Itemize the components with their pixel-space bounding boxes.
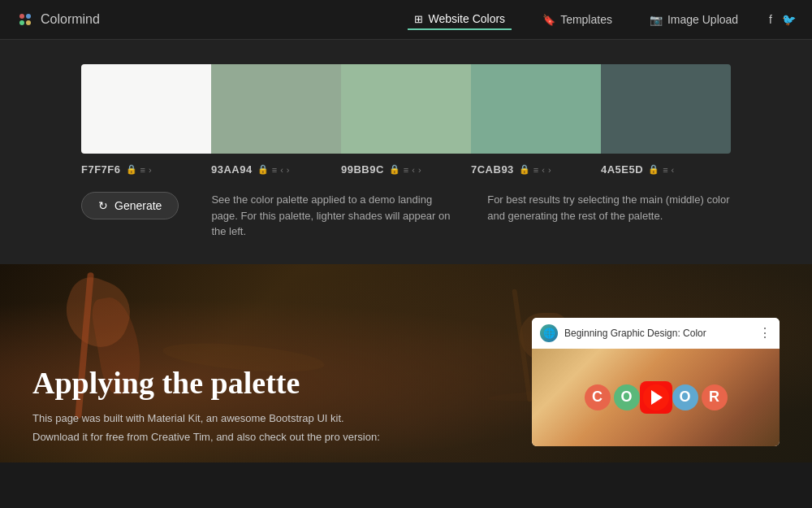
video-title: Beginning Graphic Design: Color [564,328,752,339]
color-actions-1: 🔒 ≡ › [126,164,152,175]
video-menu-icon[interactable]: ⋮ [758,325,771,341]
color-hex-2: 93AA94 [211,163,253,176]
color-actions-3: 🔒 ≡ ‹ › [389,164,421,175]
nav-item-website-colors[interactable]: ⊞ Website Colors [408,9,512,30]
swatch-4[interactable] [471,64,601,154]
camera-icon: 📷 [650,14,663,26]
chevron-right-icon-3[interactable]: › [418,165,421,175]
swatch-5[interactable] [601,64,731,154]
navbar-nav: ⊞ Website Colors 🔖 Templates 📷 Image Upl… [408,9,745,30]
play-button[interactable] [640,381,672,414]
video-card-header: 🌐 Beginning Graphic Design: Color ⋮ [532,318,780,349]
chevron-right-icon-4[interactable]: › [548,165,551,175]
color-info-3: 99BB9C 🔒 ≡ ‹ › [341,163,471,176]
demo-body-line1: This page was built with Material Kit, a… [32,410,508,428]
demo-video-card[interactable]: 🌐 Beginning Graphic Design: Color ⋮ C O … [532,318,780,446]
controls-row: ↻ Generate See the color palette applied… [81,192,731,240]
navbar: Colormind ⊞ Website Colors 🔖 Templates 📷… [0,0,812,40]
color-hex-4: 7CAB93 [471,163,514,176]
svg-point-1 [26,14,31,19]
color-hex-5: 4A5E5D [601,163,643,176]
demo-content: Applying the palette This page was built… [0,293,812,462]
swatch-1[interactable] [81,64,211,154]
lock-icon-5[interactable]: 🔒 [648,164,659,175]
facebook-link[interactable]: f [769,13,772,26]
generate-label: Generate [114,199,162,212]
color-actions-2: 🔒 ≡ ‹ › [257,164,290,175]
svg-point-3 [26,20,31,25]
nav-label-image-upload: Image Upload [667,13,738,26]
hint-left-text: See the color palette applied to a demo … [211,192,455,240]
swatch-2[interactable] [211,64,341,154]
brand[interactable]: Colormind [16,11,100,28]
sliders-icon-2[interactable]: ≡ [272,165,277,175]
twitter-link[interactable]: 🐦 [782,13,796,26]
svg-point-0 [19,14,24,19]
color-hex-3: 99BB9C [341,163,384,176]
color-info-2: 93AA94 🔒 ≡ ‹ › [211,163,341,176]
swatch-3[interactable] [341,64,471,154]
sliders-icon-1[interactable]: ≡ [140,165,145,175]
sliders-icon-4[interactable]: ≡ [533,165,538,175]
lock-icon-3[interactable]: 🔒 [389,164,400,175]
lock-icon-1[interactable]: 🔒 [126,164,137,175]
chevron-left-icon-4[interactable]: ‹ [542,165,545,175]
brand-logo-icon [16,11,34,28]
nav-label-templates: Templates [560,13,612,26]
color-actions-4: 🔒 ≡ ‹ › [519,164,551,175]
chevron-right-icon-2[interactable]: › [287,165,290,175]
color-info-4: 7CAB93 🔒 ≡ ‹ › [471,163,601,176]
svg-point-2 [19,20,24,25]
demo-heading: Applying the palette [32,367,508,401]
refresh-icon: ↻ [98,199,108,212]
sliders-icon-5[interactable]: ≡ [663,165,667,175]
color-info-5: 4A5E5D 🔒 ≡ ‹ [601,163,731,176]
nav-label-website-colors: Website Colors [428,12,505,25]
bookmark-icon: 🔖 [542,14,555,26]
demo-section: Applying the palette This page was built… [0,264,812,462]
grid-icon: ⊞ [414,13,423,25]
color-actions-5: 🔒 ≡ ‹ [648,164,674,175]
social-links: f 🐦 [769,13,796,26]
lock-icon-2[interactable]: 🔒 [257,164,269,175]
lock-icon-4[interactable]: 🔒 [519,164,530,175]
globe-icon: 🌐 [540,324,558,342]
play-overlay [532,349,780,446]
chevron-left-icon-5[interactable]: ‹ [672,165,675,175]
color-hex-1: F7F7F6 [81,163,121,176]
sliders-icon-3[interactable]: ≡ [404,165,408,175]
video-thumbnail[interactable]: C O L O R [532,349,780,446]
generate-button[interactable]: ↻ Generate [81,192,179,219]
color-swatches [81,64,731,154]
color-info-row: F7F7F6 🔒 ≡ › 93AA94 🔒 ≡ ‹ › 99BB9C 🔒 ≡ ‹ [81,163,731,176]
hint-right-text: For best results try selecting the main … [487,192,731,224]
nav-item-templates[interactable]: 🔖 Templates [536,10,619,29]
demo-body-line2: Download it for free from Creative Tim, … [32,429,508,446]
nav-item-image-upload[interactable]: 📷 Image Upload [643,10,745,29]
chevron-left-icon-2[interactable]: ‹ [280,165,283,175]
chevron-right-icon-1[interactable]: › [149,165,152,175]
demo-text-block: Applying the palette This page was built… [32,367,508,445]
palette-section: F7F7F6 🔒 ≡ › 93AA94 🔒 ≡ ‹ › 99BB9C 🔒 ≡ ‹ [0,40,812,264]
brand-name: Colormind [41,12,100,27]
chevron-left-icon-3[interactable]: ‹ [412,165,415,175]
color-info-1: F7F7F6 🔒 ≡ › [81,163,211,176]
